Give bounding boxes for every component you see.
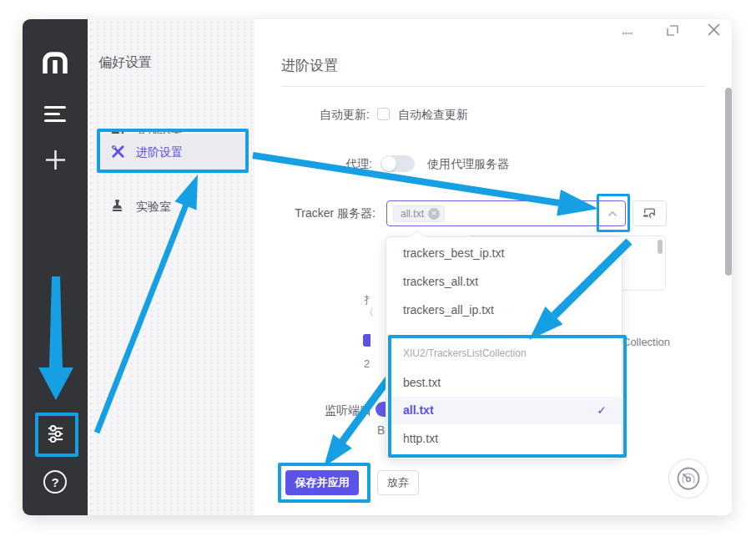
tracker-dropdown: trackers_best_ip.txt trackers_all.txt tr… [386, 236, 622, 459]
maximize-button[interactable] [666, 23, 680, 38]
checked-checkbox-fragment [363, 334, 370, 347]
tracker-source-link-fragment[interactable]: Collection [622, 336, 670, 348]
remove-tag-icon[interactable]: × [428, 208, 440, 220]
sidebar-item-lab[interactable]: 实验室 [98, 196, 246, 230]
close-button[interactable] [707, 23, 721, 37]
dropdown-item[interactable]: trackers_all_ip.txt [386, 296, 622, 324]
textarea-scrollbar[interactable] [658, 240, 663, 254]
dropdown-group-label: XIU2/TrackersListCollection [403, 347, 527, 359]
sync-tracker-button[interactable] [633, 200, 667, 226]
auto-update-checkbox[interactable] [377, 108, 390, 120]
dropdown-notch [410, 231, 425, 237]
add-task-icon[interactable] [44, 149, 67, 171]
dropdown-item[interactable]: best.txt [386, 368, 622, 397]
dropdown-item-selected[interactable]: all.txt ✓ [386, 397, 622, 424]
sidebar-item-label: 实验室 [136, 200, 171, 215]
sidebar-item-advanced[interactable]: 进阶设置 [100, 134, 246, 170]
proxy-label: 代理: [289, 157, 372, 172]
side-rail: ? [23, 19, 88, 515]
stamp-icon [111, 199, 123, 212]
prefs-panel: 偏好设置 基础设置 [88, 19, 255, 515]
tracker-label: Tracker 服务器: [275, 206, 375, 221]
text-fragment-letter: B [377, 423, 385, 437]
page-title: 进阶设置 [281, 56, 338, 75]
tools-icon [111, 144, 125, 159]
auto-update-checkbox-label[interactable]: 自动检查更新 [398, 108, 468, 123]
settings-icon[interactable] [46, 424, 65, 443]
check-icon: ✓ [597, 397, 607, 424]
help-text-fragment: 〈 [364, 306, 374, 320]
main-scrollbar[interactable] [725, 88, 732, 276]
app-window: ? 偏好设置 基础设置 [23, 19, 732, 515]
dropdown-item[interactable]: trackers_all.txt [386, 267, 622, 296]
gauge-icon [676, 466, 701, 491]
sync-icon [643, 207, 657, 220]
dropdown-divider [393, 332, 615, 333]
help-icon[interactable]: ? [43, 470, 67, 494]
discard-button[interactable]: 放弃 [377, 470, 419, 495]
proxy-toggle[interactable] [381, 155, 415, 172]
tracker-tag: all.txt × [393, 205, 445, 222]
auto-update-label: 自动更新: [286, 108, 370, 123]
tracker-select[interactable]: all.txt × [386, 200, 626, 226]
dropdown-item[interactable]: trackers_best_ip.txt [386, 239, 622, 267]
title-divider [281, 86, 705, 87]
toggle-knob [381, 156, 396, 171]
text-fragment-number: 2 [364, 357, 370, 370]
proxy-toggle-label: 使用代理服务器 [427, 157, 509, 172]
prefs-title: 偏好设置 [98, 54, 152, 72]
listen-port-label: 监听端口 [280, 403, 371, 418]
chevron-up-icon[interactable] [607, 210, 617, 217]
speed-gauge-button[interactable] [668, 458, 708, 499]
sidebar-item-label: 进阶设置 [136, 145, 183, 160]
save-button[interactable]: 保存并应用 [285, 470, 359, 495]
minimize-button[interactable] [622, 29, 635, 38]
task-list-icon[interactable] [44, 105, 67, 124]
motrix-logo-icon [40, 50, 70, 75]
dropdown-item[interactable]: http.txt [386, 424, 622, 453]
